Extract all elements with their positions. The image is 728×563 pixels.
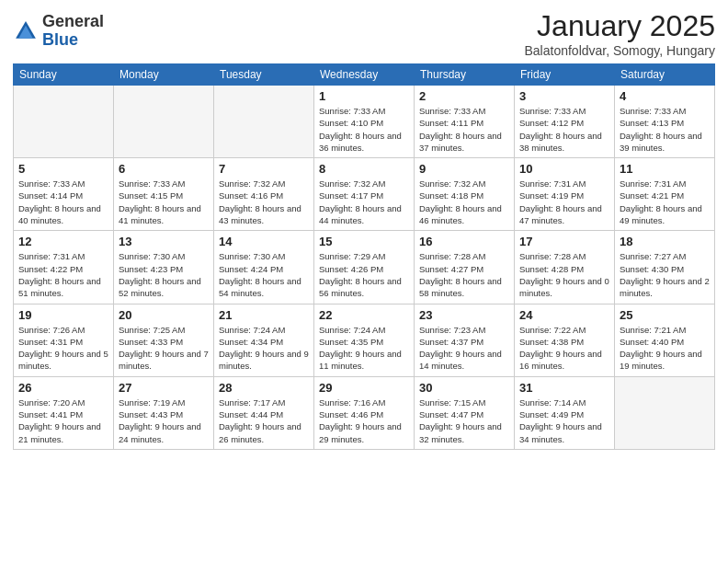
calendar-cell: 12Sunrise: 7:31 AM Sunset: 4:22 PM Dayli… — [14, 231, 114, 304]
logo-general: General — [42, 13, 104, 31]
weekday-thursday: Thursday — [415, 64, 515, 86]
day-info: Sunrise: 7:31 AM Sunset: 4:19 PM Dayligh… — [519, 178, 609, 226]
title-section: January 2025 Balatonfoldvar, Somogy, Hun… — [524, 9, 715, 58]
calendar-cell: 3Sunrise: 7:33 AM Sunset: 4:12 PM Daylig… — [515, 86, 615, 158]
weekday-saturday: Saturday — [615, 64, 715, 86]
day-number: 7 — [219, 162, 309, 176]
calendar-cell: 29Sunrise: 7:16 AM Sunset: 4:46 PM Dayli… — [314, 376, 415, 449]
day-number: 4 — [620, 89, 710, 103]
day-number: 6 — [119, 162, 209, 176]
day-info: Sunrise: 7:24 AM Sunset: 4:35 PM Dayligh… — [319, 324, 409, 373]
location: Balatonfoldvar, Somogy, Hungary — [524, 43, 715, 58]
header: General Blue January 2025 Balatonfoldvar… — [13, 9, 715, 58]
calendar-cell: 6Sunrise: 7:33 AM Sunset: 4:15 PM Daylig… — [114, 158, 214, 231]
weekday-tuesday: Tuesday — [214, 64, 314, 86]
logo-text: General Blue — [42, 13, 104, 50]
day-info: Sunrise: 7:16 AM Sunset: 4:46 PM Dayligh… — [319, 396, 409, 445]
weekday-monday: Monday — [114, 64, 214, 86]
day-number: 2 — [419, 89, 509, 103]
calendar-cell: 31Sunrise: 7:14 AM Sunset: 4:49 PM Dayli… — [515, 376, 615, 449]
day-number: 16 — [419, 235, 509, 248]
calendar-cell: 20Sunrise: 7:25 AM Sunset: 4:33 PM Dayli… — [114, 304, 214, 376]
calendar-cell: 25Sunrise: 7:21 AM Sunset: 4:40 PM Dayli… — [615, 304, 715, 376]
calendar-cell — [615, 376, 715, 449]
day-info: Sunrise: 7:32 AM Sunset: 4:16 PM Dayligh… — [219, 178, 309, 226]
week-row-1: 1Sunrise: 7:33 AM Sunset: 4:10 PM Daylig… — [14, 86, 715, 158]
day-number: 14 — [219, 235, 309, 248]
day-info: Sunrise: 7:19 AM Sunset: 4:43 PM Dayligh… — [119, 396, 209, 445]
week-row-5: 26Sunrise: 7:20 AM Sunset: 4:41 PM Dayli… — [14, 376, 715, 449]
calendar-cell: 15Sunrise: 7:29 AM Sunset: 4:26 PM Dayli… — [314, 231, 415, 304]
day-info: Sunrise: 7:14 AM Sunset: 4:49 PM Dayligh… — [519, 396, 609, 445]
day-number: 12 — [18, 235, 108, 248]
day-number: 25 — [620, 308, 710, 322]
calendar-cell: 10Sunrise: 7:31 AM Sunset: 4:19 PM Dayli… — [515, 158, 615, 231]
calendar-cell: 17Sunrise: 7:28 AM Sunset: 4:28 PM Dayli… — [515, 231, 615, 304]
day-info: Sunrise: 7:25 AM Sunset: 4:33 PM Dayligh… — [119, 324, 209, 373]
day-number: 10 — [519, 162, 609, 176]
day-info: Sunrise: 7:15 AM Sunset: 4:47 PM Dayligh… — [419, 396, 509, 445]
day-info: Sunrise: 7:17 AM Sunset: 4:44 PM Dayligh… — [219, 396, 309, 445]
day-info: Sunrise: 7:33 AM Sunset: 4:15 PM Dayligh… — [119, 178, 209, 226]
calendar-cell: 5Sunrise: 7:33 AM Sunset: 4:14 PM Daylig… — [14, 158, 114, 231]
day-info: Sunrise: 7:28 AM Sunset: 4:28 PM Dayligh… — [519, 250, 609, 299]
week-row-2: 5Sunrise: 7:33 AM Sunset: 4:14 PM Daylig… — [14, 158, 715, 231]
day-number: 26 — [18, 381, 108, 395]
day-info: Sunrise: 7:27 AM Sunset: 4:30 PM Dayligh… — [620, 250, 710, 299]
day-number: 18 — [620, 235, 710, 248]
day-number: 23 — [419, 308, 509, 322]
calendar-cell: 16Sunrise: 7:28 AM Sunset: 4:27 PM Dayli… — [415, 231, 515, 304]
week-row-3: 12Sunrise: 7:31 AM Sunset: 4:22 PM Dayli… — [14, 231, 715, 304]
day-info: Sunrise: 7:29 AM Sunset: 4:26 PM Dayligh… — [319, 250, 409, 299]
day-number: 21 — [219, 308, 309, 322]
day-number: 30 — [419, 381, 509, 395]
day-number: 5 — [18, 162, 108, 176]
day-info: Sunrise: 7:24 AM Sunset: 4:34 PM Dayligh… — [219, 324, 309, 373]
calendar-cell: 11Sunrise: 7:31 AM Sunset: 4:21 PM Dayli… — [615, 158, 715, 231]
calendar-cell: 19Sunrise: 7:26 AM Sunset: 4:31 PM Dayli… — [14, 304, 114, 376]
day-info: Sunrise: 7:33 AM Sunset: 4:12 PM Dayligh… — [519, 105, 609, 154]
day-info: Sunrise: 7:33 AM Sunset: 4:10 PM Dayligh… — [319, 105, 409, 154]
calendar-cell: 21Sunrise: 7:24 AM Sunset: 4:34 PM Dayli… — [214, 304, 314, 376]
day-info: Sunrise: 7:33 AM Sunset: 4:13 PM Dayligh… — [620, 105, 710, 154]
calendar-cell: 23Sunrise: 7:23 AM Sunset: 4:37 PM Dayli… — [415, 304, 515, 376]
logo-icon — [13, 18, 39, 44]
day-number: 27 — [119, 381, 209, 395]
day-info: Sunrise: 7:33 AM Sunset: 4:11 PM Dayligh… — [419, 105, 509, 154]
day-number: 8 — [319, 162, 409, 176]
day-number: 19 — [18, 308, 108, 322]
weekday-friday: Friday — [515, 64, 615, 86]
day-info: Sunrise: 7:32 AM Sunset: 4:18 PM Dayligh… — [419, 178, 509, 226]
weekday-wednesday: Wednesday — [314, 64, 415, 86]
calendar-cell: 14Sunrise: 7:30 AM Sunset: 4:24 PM Dayli… — [214, 231, 314, 304]
day-info: Sunrise: 7:22 AM Sunset: 4:38 PM Dayligh… — [519, 324, 609, 373]
day-number: 29 — [319, 381, 409, 395]
page-container: General Blue January 2025 Balatonfoldvar… — [0, 0, 728, 563]
calendar-cell: 18Sunrise: 7:27 AM Sunset: 4:30 PM Dayli… — [615, 231, 715, 304]
day-number: 1 — [319, 89, 409, 103]
day-info: Sunrise: 7:33 AM Sunset: 4:14 PM Dayligh… — [18, 178, 108, 226]
calendar-cell: 26Sunrise: 7:20 AM Sunset: 4:41 PM Dayli… — [14, 376, 114, 449]
calendar-cell: 28Sunrise: 7:17 AM Sunset: 4:44 PM Dayli… — [214, 376, 314, 449]
day-number: 17 — [519, 235, 609, 248]
logo-blue: Blue — [42, 31, 104, 50]
calendar-cell: 2Sunrise: 7:33 AM Sunset: 4:11 PM Daylig… — [415, 86, 515, 158]
calendar-cell — [214, 86, 314, 158]
calendar-header: SundayMondayTuesdayWednesdayThursdayFrid… — [14, 64, 715, 86]
day-number: 24 — [519, 308, 609, 322]
day-info: Sunrise: 7:20 AM Sunset: 4:41 PM Dayligh… — [18, 396, 108, 445]
calendar: SundayMondayTuesdayWednesdayThursdayFrid… — [13, 63, 715, 450]
month-title: January 2025 — [524, 9, 715, 43]
day-info: Sunrise: 7:30 AM Sunset: 4:24 PM Dayligh… — [219, 250, 309, 299]
day-info: Sunrise: 7:28 AM Sunset: 4:27 PM Dayligh… — [419, 250, 509, 299]
day-info: Sunrise: 7:26 AM Sunset: 4:31 PM Dayligh… — [18, 324, 108, 373]
calendar-cell — [114, 86, 214, 158]
calendar-cell: 30Sunrise: 7:15 AM Sunset: 4:47 PM Dayli… — [415, 376, 515, 449]
day-number: 15 — [319, 235, 409, 248]
day-number: 20 — [119, 308, 209, 322]
calendar-cell: 22Sunrise: 7:24 AM Sunset: 4:35 PM Dayli… — [314, 304, 415, 376]
calendar-cell: 9Sunrise: 7:32 AM Sunset: 4:18 PM Daylig… — [415, 158, 515, 231]
day-info: Sunrise: 7:32 AM Sunset: 4:17 PM Dayligh… — [319, 178, 409, 226]
calendar-cell: 24Sunrise: 7:22 AM Sunset: 4:38 PM Dayli… — [515, 304, 615, 376]
day-number: 11 — [620, 162, 710, 176]
